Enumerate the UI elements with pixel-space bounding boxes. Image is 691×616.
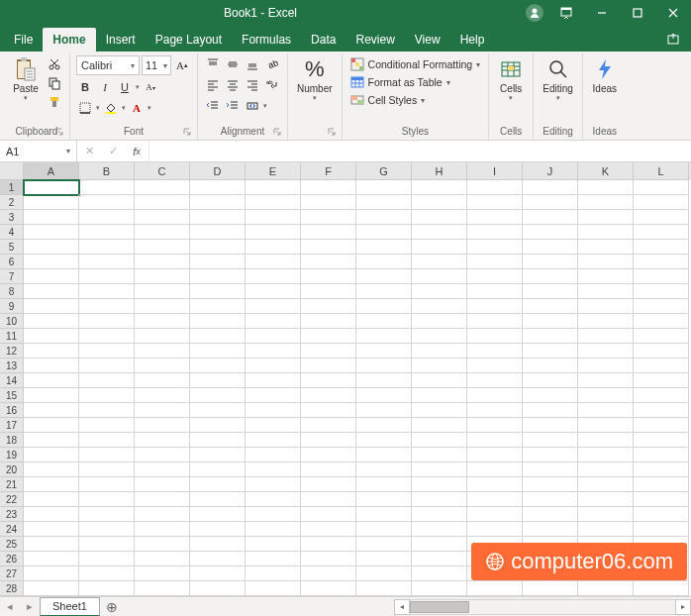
cell[interactable] bbox=[79, 373, 135, 388]
row-header-16[interactable]: 16 bbox=[0, 403, 24, 418]
cell[interactable] bbox=[190, 240, 246, 255]
row-header-26[interactable]: 26 bbox=[0, 552, 24, 566]
cell[interactable] bbox=[412, 403, 467, 418]
column-header-A[interactable]: A bbox=[24, 162, 79, 180]
paste-button[interactable]: Paste ▾ bbox=[10, 55, 42, 104]
cell[interactable] bbox=[634, 566, 689, 581]
sheet-tab-1[interactable]: Sheet1 bbox=[40, 597, 100, 617]
row-header-2[interactable]: 2 bbox=[0, 195, 24, 210]
cell[interactable] bbox=[523, 433, 578, 448]
cells-area[interactable] bbox=[24, 180, 691, 596]
align-middle-button[interactable] bbox=[224, 55, 242, 73]
font-size-combo[interactable]: 11▾ bbox=[142, 55, 171, 75]
cell[interactable] bbox=[79, 522, 135, 537]
cell[interactable] bbox=[467, 433, 523, 448]
cell[interactable] bbox=[523, 566, 578, 581]
cell[interactable] bbox=[135, 344, 190, 359]
account-button[interactable] bbox=[521, 0, 548, 26]
cell[interactable] bbox=[24, 388, 79, 403]
cells-button[interactable]: Cells ▾ bbox=[495, 55, 527, 104]
cell[interactable] bbox=[578, 433, 634, 448]
cell[interactable] bbox=[135, 210, 190, 225]
tab-review[interactable]: Review bbox=[346, 28, 404, 51]
cell[interactable] bbox=[246, 492, 301, 507]
row-header-3[interactable]: 3 bbox=[0, 210, 24, 225]
cell[interactable] bbox=[246, 225, 301, 240]
cell[interactable] bbox=[578, 269, 634, 284]
cell[interactable] bbox=[24, 566, 79, 581]
cell[interactable] bbox=[79, 433, 135, 448]
row-header-25[interactable]: 25 bbox=[0, 537, 24, 552]
row-header-1[interactable]: 1 bbox=[0, 180, 24, 195]
cell[interactable] bbox=[634, 492, 689, 507]
cell[interactable] bbox=[24, 314, 79, 329]
cell[interactable] bbox=[412, 359, 467, 373]
cell[interactable] bbox=[246, 344, 301, 359]
cell[interactable] bbox=[634, 299, 689, 314]
select-all-corner[interactable] bbox=[0, 162, 24, 180]
fill-color-button[interactable] bbox=[102, 99, 120, 117]
cell[interactable] bbox=[79, 299, 135, 314]
cell[interactable] bbox=[301, 359, 356, 373]
align-center-button[interactable] bbox=[224, 76, 242, 94]
cell[interactable] bbox=[578, 507, 634, 522]
cell[interactable] bbox=[24, 522, 79, 537]
format-painter-button[interactable] bbox=[46, 93, 63, 111]
cell[interactable] bbox=[135, 240, 190, 255]
cell[interactable] bbox=[523, 448, 578, 462]
minimize-button[interactable] bbox=[584, 0, 620, 26]
cell[interactable] bbox=[79, 329, 135, 344]
cell[interactable] bbox=[135, 255, 190, 269]
row-header-12[interactable]: 12 bbox=[0, 344, 24, 359]
cell[interactable] bbox=[190, 492, 246, 507]
row-header-8[interactable]: 8 bbox=[0, 284, 24, 299]
column-header-D[interactable]: D bbox=[190, 162, 246, 180]
row-header-27[interactable]: 27 bbox=[0, 566, 24, 581]
row-header-19[interactable]: 19 bbox=[0, 448, 24, 462]
cell[interactable] bbox=[578, 462, 634, 477]
cell[interactable] bbox=[412, 418, 467, 433]
cell[interactable] bbox=[356, 477, 412, 492]
cell[interactable] bbox=[135, 359, 190, 373]
cell[interactable] bbox=[190, 462, 246, 477]
row-header-6[interactable]: 6 bbox=[0, 255, 24, 269]
cell[interactable] bbox=[190, 552, 246, 566]
cell[interactable] bbox=[135, 373, 190, 388]
cell[interactable] bbox=[135, 314, 190, 329]
cell[interactable] bbox=[634, 314, 689, 329]
cell[interactable] bbox=[301, 299, 356, 314]
cell[interactable] bbox=[412, 344, 467, 359]
column-header-I[interactable]: I bbox=[467, 162, 523, 180]
cell[interactable] bbox=[467, 552, 523, 566]
cell[interactable] bbox=[79, 344, 135, 359]
cell[interactable] bbox=[634, 552, 689, 566]
cell[interactable] bbox=[135, 403, 190, 418]
italic-button[interactable]: I bbox=[96, 78, 114, 96]
row-header-23[interactable]: 23 bbox=[0, 507, 24, 522]
cell[interactable] bbox=[246, 552, 301, 566]
cell[interactable] bbox=[523, 195, 578, 210]
cell[interactable] bbox=[634, 329, 689, 344]
cell[interactable] bbox=[135, 225, 190, 240]
cell[interactable] bbox=[301, 329, 356, 344]
copy-button[interactable] bbox=[46, 74, 63, 92]
row-header-20[interactable]: 20 bbox=[0, 462, 24, 477]
cell[interactable] bbox=[246, 269, 301, 284]
cell[interactable] bbox=[190, 566, 246, 581]
cell[interactable] bbox=[634, 359, 689, 373]
cell[interactable] bbox=[190, 477, 246, 492]
cell[interactable] bbox=[412, 195, 467, 210]
cell[interactable] bbox=[467, 180, 523, 195]
cell[interactable] bbox=[79, 388, 135, 403]
cell[interactable] bbox=[79, 225, 135, 240]
cell[interactable] bbox=[190, 195, 246, 210]
cell[interactable] bbox=[135, 418, 190, 433]
cell[interactable] bbox=[467, 388, 523, 403]
cell[interactable] bbox=[634, 418, 689, 433]
cell[interactable] bbox=[79, 180, 135, 195]
cell[interactable] bbox=[467, 344, 523, 359]
cell[interactable] bbox=[467, 373, 523, 388]
cell[interactable] bbox=[190, 180, 246, 195]
cell[interactable] bbox=[356, 373, 412, 388]
cell[interactable] bbox=[523, 552, 578, 566]
